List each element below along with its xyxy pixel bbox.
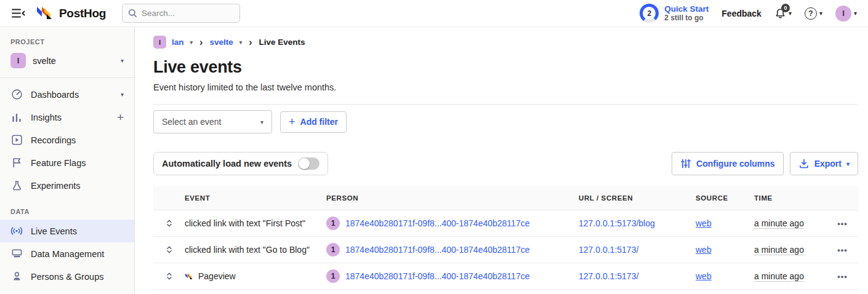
topbar-right: 2 Quick Start 2 still to go Feedback 0 ▾… (640, 4, 857, 23)
row-more-icon[interactable]: ••• (837, 219, 848, 228)
sidebar-item-label: Experiments (31, 181, 81, 191)
table-header: EVENT PERSON URL / SCREEN SOURCE TIME (153, 186, 858, 210)
configure-columns-label: Configure columns (696, 159, 775, 169)
person-count-badge: 1 (326, 243, 340, 256)
autoload-label: Automatically load new events (162, 159, 292, 169)
sidebar: PROJECT I svelte ▾ Dashboards ▾ (0, 27, 135, 294)
live-events-icon (10, 226, 23, 236)
chevron-down-icon: ▾ (121, 91, 124, 98)
sidebar-item-label: Live Events (31, 226, 77, 236)
table-row: Pageview 1 1874e40b280171f-09f8...400-18… (153, 263, 858, 290)
event-name: Pageview (198, 271, 236, 281)
top-bar: PostHog 2 Quick Start 2 still to go Feed… (0, 0, 868, 27)
sidebar-item-label: Persons & Groups (31, 272, 103, 282)
feedback-button[interactable]: Feedback (721, 9, 762, 18)
controls-row: Automatically load new events (153, 152, 858, 175)
sidebar-item-live-events[interactable]: Live Events (0, 220, 134, 242)
column-header-event: EVENT (185, 194, 326, 202)
event-time: a minute ago (754, 245, 804, 255)
url-link[interactable]: 127.0.0.1:5173/ (579, 245, 638, 255)
person-link[interactable]: 1874e40b280171f-09f8...400-1874e40b28117… (345, 218, 529, 228)
project-avatar: I (10, 53, 26, 68)
sidebar-collapse-icon[interactable] (9, 4, 27, 23)
chevron-down-icon: ▾ (190, 39, 193, 46)
person-link[interactable]: 1874e40b280171f-09f8...400-1874e40b28117… (345, 271, 529, 281)
event-select-value: Select an event (162, 117, 222, 127)
row-more-icon[interactable]: ••• (837, 272, 848, 281)
filter-row: Select an event ▾ + Add filter (153, 110, 858, 133)
sidebar-item-label: Data Management (31, 249, 104, 259)
url-link[interactable]: 127.0.0.1:5173/ (579, 271, 638, 281)
column-header-source: SOURCE (696, 194, 754, 202)
posthog-logo-icon (36, 6, 55, 21)
quick-start-widget[interactable]: 2 Quick Start 2 still to go (640, 4, 709, 23)
global-search[interactable] (122, 4, 240, 23)
event-name: clicked link with text "First Post" (185, 218, 305, 228)
sidebar-item-label: Feature Flags (31, 158, 86, 168)
url-link[interactable]: 127.0.0.1:5173/blog (579, 218, 655, 228)
breadcrumb-current: Live Events (259, 38, 305, 47)
configure-columns-button[interactable]: Configure columns (672, 152, 784, 175)
sidebar-item-data-management[interactable]: Data Management (0, 242, 134, 265)
person-link[interactable]: 1874e40b280171f-09f8...400-1874e40b28117… (345, 245, 529, 255)
sidebar-item-label: Recordings (31, 135, 76, 145)
notifications-menu[interactable]: 0 ▾ (774, 7, 792, 20)
expand-row-icon[interactable] (165, 245, 174, 255)
events-table: EVENT PERSON URL / SCREEN SOURCE TIME cl… (153, 186, 858, 290)
source-link[interactable]: web (696, 218, 712, 228)
chevron-right-icon: › (199, 37, 203, 48)
posthog-logo[interactable]: PostHog (36, 6, 106, 21)
source-link[interactable]: web (696, 271, 712, 281)
plus-icon: + (289, 116, 295, 129)
sidebar-item-feature-flags[interactable]: Feature Flags (0, 151, 134, 174)
new-insight-icon[interactable]: + (117, 111, 124, 123)
chevron-down-icon: ▾ (789, 10, 792, 17)
toggle-knob (299, 158, 310, 169)
account-menu[interactable]: I ▾ (835, 6, 857, 22)
sidebar-item-recordings[interactable]: Recordings (0, 129, 134, 151)
search-icon (128, 9, 137, 18)
expand-row-icon[interactable] (165, 218, 174, 228)
person-count-badge: 1 (326, 217, 340, 230)
brand-name: PostHog (59, 7, 106, 20)
project-switcher[interactable]: I svelte ▾ (0, 50, 134, 74)
row-more-icon[interactable]: ••• (837, 245, 848, 255)
export-label: Export (814, 159, 842, 169)
source-link[interactable]: web (696, 245, 712, 255)
project-section-label: PROJECT (0, 33, 134, 50)
breadcrumb-project[interactable]: svelte (209, 38, 233, 47)
search-input[interactable] (142, 9, 222, 18)
autoload-toggle[interactable] (298, 157, 319, 170)
chevron-down-icon: ▾ (121, 57, 124, 64)
column-header-time: TIME (754, 194, 827, 202)
dashboard-icon (10, 89, 23, 100)
quick-start-count: 2 (643, 7, 656, 20)
export-button[interactable]: Export ▾ (790, 152, 858, 175)
data-section-label: DATA (0, 197, 134, 220)
expand-row-icon[interactable] (165, 271, 174, 281)
sidebar-item-label: Insights (31, 113, 62, 122)
pageview-event-icon (185, 272, 194, 280)
breadcrumb-user[interactable]: Ian (172, 38, 184, 47)
autoload-toggle-control[interactable]: Automatically load new events (153, 152, 328, 175)
event-select[interactable]: Select an event ▾ (153, 110, 272, 133)
sidebar-item-dashboards[interactable]: Dashboards ▾ (0, 83, 134, 106)
table-row: clicked link with text "Go to Blog" 1 18… (153, 237, 858, 263)
help-menu[interactable]: ? ▾ (805, 7, 822, 20)
table-row: clicked link with text "First Post" 1 18… (153, 210, 858, 237)
person-count-badge: 1 (326, 269, 340, 283)
sidebar-item-persons-groups[interactable]: Persons & Groups (0, 265, 134, 288)
chevron-right-icon: › (249, 37, 252, 48)
persons-icon (10, 271, 23, 282)
add-filter-label: Add filter (300, 117, 338, 127)
recordings-icon (10, 134, 23, 146)
sidebar-divider (0, 77, 134, 78)
main-content: I Ian ▾ › svelte ▾ › Live Events Live ev… (135, 27, 868, 294)
breadcrumb: I Ian ▾ › svelte ▾ › Live Events (153, 36, 858, 49)
insights-icon (10, 112, 23, 123)
notifications-badge: 0 (781, 4, 790, 12)
sidebar-item-insights[interactable]: Insights + (0, 106, 134, 129)
add-filter-button[interactable]: + Add filter (280, 111, 347, 133)
column-header-person: PERSON (326, 194, 579, 202)
sidebar-item-experiments[interactable]: Experiments (0, 174, 134, 197)
